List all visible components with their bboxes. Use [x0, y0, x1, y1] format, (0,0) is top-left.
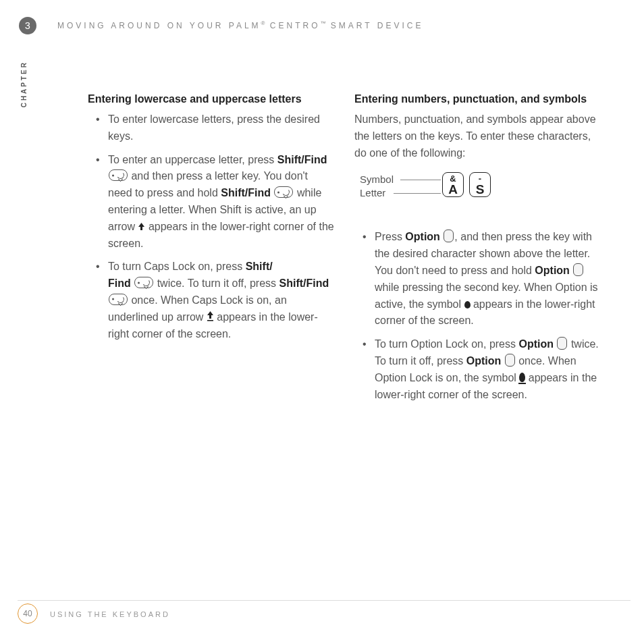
- header-product: CENTRO: [265, 21, 321, 30]
- t: To enter an uppercase letter, press: [108, 154, 277, 165]
- option-key-icon: [573, 263, 583, 276]
- left-list: To enter lowercase letters, press the de…: [88, 111, 334, 342]
- page-footer: 40 USING THE KEYBOARD: [18, 600, 630, 624]
- running-header: MOVING AROUND ON YOUR PALM® CENTRO™ SMAR…: [57, 20, 423, 30]
- left-bullet-1: To enter lowercase letters, press the de…: [88, 111, 334, 145]
- header-text-1: MOVING AROUND ON YOUR PALM: [57, 21, 261, 30]
- footer-section-title: USING THE KEYBOARD: [50, 610, 170, 618]
- t: To turn Caps Lock on, press: [108, 261, 246, 272]
- left-heading: Entering lowercase and uppercase letters: [88, 91, 334, 107]
- left-bullet-3: To turn Caps Lock on, press Shift/Find t…: [88, 259, 334, 342]
- right-intro: Numbers, punctuation, and symbols appear…: [354, 111, 601, 161]
- diagram-line: [400, 180, 441, 180]
- diagram-label-letter: Letter: [360, 187, 385, 198]
- option-label: Option: [466, 355, 502, 367]
- shift-key-icon: [134, 277, 153, 288]
- left-bullet-2: To enter an uppercase letter, press Shif…: [88, 152, 334, 252]
- right-column: Entering numbers, punctuation, and symbo…: [354, 91, 601, 410]
- shift-find-label: Shift/Find: [221, 187, 271, 198]
- diagram-label-symbol: Symbol: [360, 173, 394, 185]
- option-key-icon: [444, 230, 454, 242]
- header-suffix: SMART DEVICE: [326, 21, 424, 30]
- diagram-line: [394, 193, 441, 194]
- keycap-a: & A: [442, 172, 464, 197]
- key-diagram: Symbol Letter & A - S: [360, 171, 601, 211]
- keycap-letter: S: [470, 182, 490, 197]
- t: Press: [375, 231, 405, 242]
- t: twice. To turn it off, press: [154, 277, 279, 289]
- page-number-badge: 40: [18, 603, 38, 624]
- right-list: Press Option , and then press the key wi…: [354, 229, 601, 403]
- keycap-s: - S: [469, 172, 491, 197]
- page-content: Entering lowercase and uppercase letters…: [88, 91, 601, 410]
- tm-mark: ™: [321, 20, 326, 26]
- left-column: Entering lowercase and uppercase letters…: [88, 91, 334, 410]
- shift-key-icon: [274, 186, 293, 198]
- keycap-letter: A: [443, 182, 463, 197]
- right-bullet-1: Press Option , and then press the key wi…: [354, 229, 601, 329]
- option-key-icon: [505, 354, 515, 367]
- option-dot-icon: [464, 301, 471, 308]
- right-bullet-2: To turn Option Lock on, press Option twi…: [354, 336, 601, 403]
- chapter-number-badge: 3: [19, 17, 36, 34]
- shift-find-label: Shift/Find: [277, 154, 327, 165]
- option-label: Option: [518, 338, 554, 350]
- option-key-icon: [557, 337, 567, 350]
- chapter-side-label: CHAPTER: [20, 61, 28, 107]
- up-arrow-underlined-icon: [207, 311, 214, 321]
- right-heading: Entering numbers, punctuation, and symbo…: [354, 91, 601, 107]
- svg-rect-0: [207, 320, 213, 321]
- option-lock-dot-icon: [519, 373, 525, 382]
- up-arrow-icon: [138, 222, 145, 231]
- shift-key-icon: [109, 294, 128, 305]
- option-label: Option: [535, 265, 570, 276]
- option-label: Option: [405, 231, 440, 242]
- t: To turn Option Lock on, press: [375, 338, 518, 350]
- shift-key-icon: [109, 169, 128, 181]
- shift-find-label: Shift/Find: [279, 277, 329, 289]
